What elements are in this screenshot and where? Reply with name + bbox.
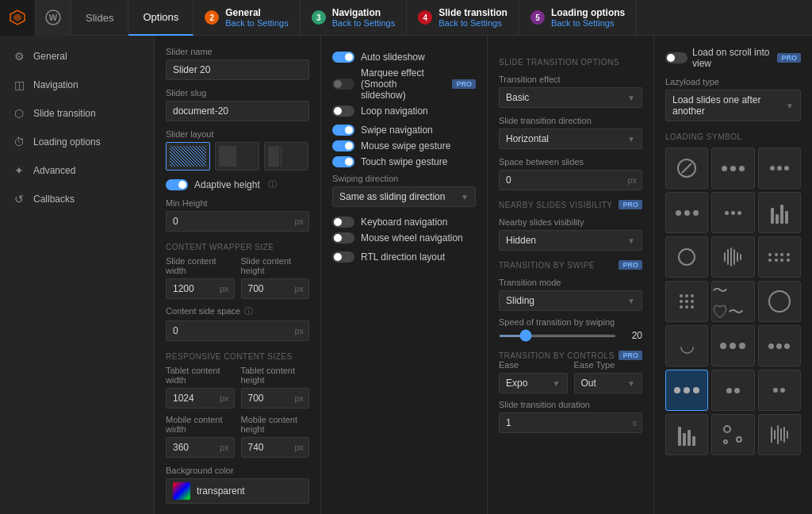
layout-thumb-2[interactable] (215, 142, 259, 171)
bg-color-swatch[interactable]: transparent (166, 478, 309, 504)
symbol-bars[interactable] (758, 192, 801, 233)
adaptive-height-toggle[interactable] (166, 179, 188, 190)
symbol-eq-bars2[interactable] (758, 414, 801, 455)
symbol-dots3f[interactable] (758, 325, 801, 366)
space-between-field: px (499, 170, 642, 190)
tab-options[interactable]: Options (128, 0, 193, 36)
symbol-big-circle[interactable] (758, 281, 801, 322)
min-height-input[interactable] (167, 212, 289, 231)
sidebar-item-callbacks[interactable]: ↺ Callbacks (0, 185, 154, 213)
keyboard-toggle[interactable] (332, 217, 354, 228)
auto-slideshow-row: Auto slideshow (332, 52, 476, 63)
sidebar-item-navigation[interactable]: ◫ Navigation (0, 71, 154, 99)
duration-field: s (499, 412, 642, 433)
marquee-toggle[interactable] (332, 79, 354, 90)
mobile-width-input[interactable] (167, 438, 215, 457)
swipe-nav-toggle[interactable] (332, 125, 354, 136)
adaptive-height-row: Adaptive height ⓘ (166, 178, 309, 190)
section-loading-options-badge: 5 (530, 10, 545, 25)
ease-label: Ease (499, 360, 568, 370)
transition-controls-header: TRANSITION BY CONTROLS PRO (499, 351, 642, 360)
panel-loading: Load on scroll into view PRO Lazyload ty… (654, 36, 812, 514)
symbol-dots2[interactable] (758, 370, 801, 411)
sidebar-item-slide-transition[interactable]: ⬡ Slide transition (0, 99, 154, 128)
nearby-title: NEARBY SLIDES VISIBILITY (499, 201, 613, 209)
swipe-nav-row: Swipe navigation (332, 125, 476, 136)
transition-effect-dropdown[interactable]: Basic ▼ (499, 87, 642, 108)
symbol-circle[interactable] (665, 236, 708, 278)
symbol-wave[interactable]: 〜♡〜 (711, 281, 754, 322)
nearby-header: NEARBY SLIDES VISIBILITY PRO (499, 200, 642, 209)
sidebar-item-loading-options[interactable]: ⏱ Loading options (0, 128, 154, 156)
symbol-dots3g[interactable] (665, 370, 708, 411)
nearby-visibility-dropdown[interactable]: Hidden ▼ (499, 230, 642, 251)
symbol-dots3b[interactable] (758, 148, 801, 189)
symbol-small-dots[interactable] (665, 281, 708, 322)
transition-effect-arrow: ▼ (627, 94, 635, 102)
mobile-row: Mobile content width px Mobile content h… (166, 415, 309, 458)
symbol-bars2[interactable] (665, 414, 708, 455)
mobile-height-input[interactable] (242, 438, 290, 457)
ease-type-dropdown[interactable]: Out ▼ (574, 373, 643, 393)
load-scroll-toggle[interactable] (665, 52, 688, 63)
app-logo (0, 0, 36, 36)
tablet-height-input[interactable] (242, 389, 290, 408)
content-side-space-input[interactable] (167, 321, 289, 340)
layout-thumb-1[interactable] (166, 142, 210, 171)
mouse-wheel-toggle[interactable] (332, 232, 354, 244)
marquee-pro-badge: PRO (452, 79, 476, 89)
swipe-section: Swipe navigation Mouse swipe gesture Tou… (332, 125, 476, 167)
rtl-toggle[interactable] (332, 251, 354, 263)
lazyload-type-arrow: ▼ (786, 102, 794, 110)
touch-swipe-toggle[interactable] (332, 156, 354, 167)
symbol-dots3c[interactable] (665, 192, 708, 233)
lazyload-type-dropdown[interactable]: Load slides one after another ▼ (665, 90, 801, 121)
symbol-circles-xy[interactable] (711, 414, 754, 455)
auto-slideshow-toggle[interactable] (332, 52, 354, 63)
min-height-field: px (166, 211, 309, 232)
duration-input[interactable] (500, 413, 628, 432)
slide-content-width-field: px (166, 278, 235, 299)
loop-toggle[interactable] (332, 105, 354, 117)
tablet-width-input[interactable] (167, 389, 215, 408)
sidebar-item-advanced[interactable]: ✦ Advanced (0, 156, 154, 185)
section-slide-transition[interactable]: 4 Slide transition Back to Settings (407, 0, 519, 36)
section-loading-options[interactable]: 5 Loading options Back to Settings (519, 0, 637, 36)
symbol-dots3e[interactable] (711, 325, 754, 366)
min-height-label: Min Height (166, 198, 309, 208)
transition-mode-dropdown[interactable]: Sliding ▼ (499, 290, 642, 311)
symbol-dots3d[interactable] (711, 192, 754, 233)
slider-layout-label: Slider layout (166, 129, 309, 139)
ease-dropdown[interactable]: Expo ▼ (499, 373, 568, 393)
slide-content-height-input[interactable] (242, 279, 290, 298)
symbol-slash[interactable] (665, 148, 708, 189)
slider-name-input[interactable] (166, 59, 309, 80)
lazyload-type-label: Lazyload type (665, 77, 801, 86)
transition-direction-dropdown[interactable]: Horizontal ▼ (499, 128, 642, 149)
symbol-dots-scatter[interactable] (758, 236, 801, 278)
symbol-smile[interactable]: ◡ (665, 325, 708, 366)
slider-slug-label: Slider slug (166, 88, 309, 98)
symbol-dots3a[interactable] (711, 148, 754, 189)
loading-options-icon: ⏱ (13, 136, 25, 148)
space-between-input[interactable] (500, 171, 622, 190)
tab-slides[interactable]: Slides (71, 0, 128, 36)
symbol-dots3h[interactable] (711, 370, 754, 411)
slider-name-label: Slider name (166, 47, 309, 56)
mouse-swipe-toggle[interactable] (332, 140, 354, 152)
layout-thumb-3[interactable] (264, 142, 308, 171)
slider-slug-input[interactable] (166, 101, 309, 121)
section-general[interactable]: 2 General Back to Settings (193, 0, 301, 36)
slide-content-width-input[interactable] (167, 279, 215, 298)
slide-content-height-field: px (241, 278, 310, 299)
transition-direction-label: Slide transition direction (499, 116, 642, 125)
duration-label: Slide transition duration (499, 400, 642, 409)
swiping-direction-dropdown[interactable]: Same as sliding direction ▼ (332, 186, 476, 207)
speed-range[interactable] (499, 335, 616, 337)
symbol-vbars[interactable] (711, 236, 754, 278)
general-icon: ⚙ (13, 50, 25, 63)
nearby-visibility-arrow: ▼ (627, 236, 635, 245)
swatch-preview (173, 482, 190, 500)
section-navigation[interactable]: 3 Navigation Back to Settings (301, 0, 408, 36)
sidebar-item-general[interactable]: ⚙ General (0, 42, 154, 71)
